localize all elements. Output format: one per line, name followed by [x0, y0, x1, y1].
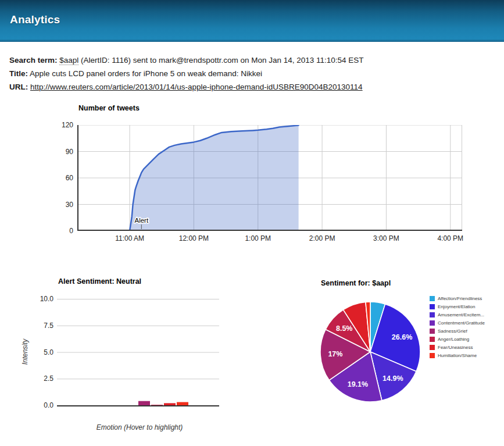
- article-url-line: URL: http://www.reuters.com/article/2013…: [9, 80, 492, 94]
- alert-annotation-label[interactable]: Alert: [135, 217, 149, 224]
- article-url-label: URL:: [9, 83, 28, 91]
- pie-slice-label: 14.9%: [383, 374, 403, 383]
- tweets-x-tick-label: 11:00 AM: [103, 234, 156, 242]
- legend-swatch: [430, 353, 435, 358]
- search-term-label: Search term:: [9, 56, 58, 65]
- search-term-rest: (AlertID: 1116) sent to mark@trendspottr…: [78, 56, 363, 65]
- legend-label: Anger/Loathing: [438, 337, 469, 342]
- legend-item-contentment-gratitude: Contentment/Gratitude: [430, 319, 485, 327]
- legend-label: Sadness/Grief: [438, 329, 467, 334]
- legend-swatch: [430, 296, 435, 301]
- sentiment-bar-chart-title: Alert Sentiment: Neutral: [58, 277, 141, 286]
- tweets-x-tick-label: 3:00 PM: [360, 234, 412, 242]
- legend-label: Amusement/Excitem...: [438, 312, 484, 317]
- legend-item-affection-friendliness: Affection/Friendliness: [430, 294, 485, 302]
- article-url-link[interactable]: http://www.reuters.com/article/2013/01/1…: [30, 83, 363, 91]
- bar-plot-area[interactable]: [57, 299, 219, 407]
- pie-legend: Affection/FriendlinessEnjoyment/ElationA…: [430, 294, 485, 359]
- legend-swatch: [430, 329, 435, 334]
- tweets-x-tick-label: 4:00 PM: [424, 234, 477, 242]
- alert-meta-block: Search term: $aapl (AlertID: 1116) sent …: [9, 53, 492, 94]
- legend-label: Affection/Friendliness: [438, 296, 482, 301]
- tweets-y-tick-label: 60: [42, 174, 73, 182]
- legend-label: Humiliation/Shame: [438, 353, 477, 358]
- legend-item-enjoyment-elation: Enjoyment/Elation: [430, 302, 485, 311]
- tweets-y-tick-label: 0: [42, 227, 73, 235]
- search-term-value[interactable]: $aapl: [59, 56, 78, 65]
- pie-slice-label: 26.6%: [392, 333, 412, 341]
- bar-y-tick-label: 2.5: [24, 374, 53, 383]
- article-title-line: Title: Apple cuts LCD panel orders for i…: [9, 67, 492, 80]
- legend-swatch: [430, 337, 435, 342]
- pie-slice-label: 8.5%: [336, 324, 353, 333]
- pie-chart-title: Sentiment for: $aapl: [321, 279, 391, 287]
- legend-swatch: [430, 320, 435, 326]
- legend-item-anger-loathing: Anger/Loathing: [430, 335, 485, 343]
- bar-y-tick-label: 0.0: [24, 401, 53, 409]
- tweets-y-tick-label: 30: [42, 201, 73, 209]
- legend-swatch: [430, 345, 435, 350]
- bar-anger-loathing[interactable]: [151, 405, 163, 405]
- article-title-label: Title:: [9, 69, 28, 78]
- legend-swatch: [430, 304, 435, 309]
- legend-swatch: [430, 312, 435, 317]
- legend-item-amusement-excitement: Amusement/Excitem...: [430, 311, 485, 319]
- legend-item-fear-uneasiness: Fear/Uneasiness: [430, 343, 485, 351]
- legend-label: Enjoyment/Elation: [438, 304, 475, 309]
- tweets-plot-area[interactable]: Alert: [77, 125, 462, 231]
- bar-y-tick-label: 10.0: [24, 295, 53, 303]
- bar-fear-uneasiness[interactable]: [164, 403, 176, 405]
- pie-slice-label: 17%: [328, 350, 342, 358]
- search-term-line: Search term: $aapl (AlertID: 1116) sent …: [9, 53, 492, 67]
- legend-item-sadness-grief: Sadness/Grief: [430, 327, 485, 335]
- tweets-chart-title: Number of tweets: [78, 104, 140, 112]
- bar-sadness-grief[interactable]: [138, 401, 150, 405]
- analytics-page: Analytics Search term: $aapl (AlertID: 1…: [0, 0, 504, 446]
- page-header: Analytics: [0, 0, 504, 42]
- legend-label: Fear/Uneasiness: [438, 345, 473, 350]
- tweets-y-tick-label: 120: [42, 121, 73, 129]
- tweets-y-tick-label: 90: [42, 148, 73, 156]
- tweets-area-fill: [130, 126, 298, 231]
- bar-chart-x-axis-title: Emotion (Hover to highlight): [81, 423, 198, 431]
- tweets-x-tick-label: 2:00 PM: [296, 234, 348, 242]
- bar-y-tick-label: 7.5: [24, 322, 53, 330]
- pie-plot-area[interactable]: 26.6%14.9%19.1%17%8.5%: [319, 301, 421, 403]
- pie-slice-label: 19.1%: [348, 380, 368, 388]
- bar-y-tick-label: 5.0: [24, 348, 53, 356]
- legend-label: Contentment/Gratitude: [438, 320, 485, 326]
- article-title-text: Apple cuts LCD panel orders for iPhone 5…: [28, 69, 262, 78]
- bar-humiliation-shame[interactable]: [177, 402, 188, 405]
- page-title: Analytics: [10, 13, 60, 26]
- legend-item-humiliation-shame: Humiliation/Shame: [430, 351, 485, 359]
- tweets-x-tick-label: 12:00 PM: [167, 234, 220, 242]
- tweets-x-tick-label: 1:00 PM: [232, 234, 284, 242]
